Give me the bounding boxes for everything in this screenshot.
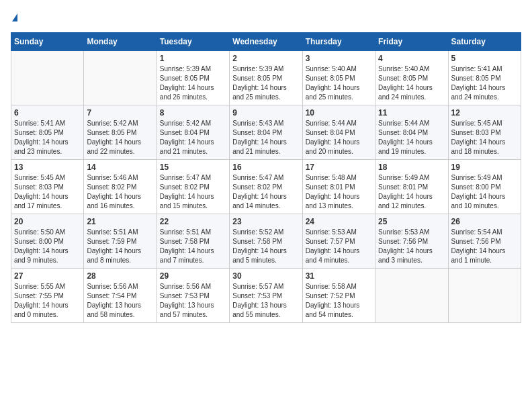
cell-line: Sunrise: 5:43 AM xyxy=(232,120,283,127)
calendar-cell: 28Sunrise: 5:56 AMSunset: 7:54 PMDayligh… xyxy=(84,268,157,322)
cell-line: Sunrise: 5:44 AM xyxy=(306,120,357,127)
calendar-cell: 5Sunrise: 5:41 AMSunset: 8:05 PMDaylight… xyxy=(448,50,521,105)
cell-content: Sunrise: 5:50 AMSunset: 8:00 PMDaylight:… xyxy=(14,228,81,265)
cell-content: Sunrise: 5:45 AMSunset: 8:03 PMDaylight:… xyxy=(14,173,81,211)
day-number: 9 xyxy=(232,108,299,118)
cell-line: Daylight: 14 hours and 3 minutes. xyxy=(378,247,433,264)
day-number: 26 xyxy=(451,217,518,226)
calendar-header-row: SundayMondayTuesdayWednesdayThursdayFrid… xyxy=(11,32,521,50)
day-number: 19 xyxy=(451,163,518,172)
cell-content: Sunrise: 5:41 AMSunset: 8:05 PMDaylight:… xyxy=(14,119,81,156)
cell-content: Sunrise: 5:45 AMSunset: 8:03 PMDaylight:… xyxy=(451,119,518,156)
cell-line: Daylight: 14 hours and 1 minute. xyxy=(451,247,506,264)
cell-line: Sunset: 8:05 PM xyxy=(160,75,210,82)
cell-line: Sunset: 7:58 PM xyxy=(160,238,210,245)
day-number: 13 xyxy=(14,163,81,172)
calendar-cell: 7Sunrise: 5:42 AMSunset: 8:05 PMDaylight… xyxy=(84,105,157,159)
calendar-cell: 22Sunrise: 5:51 AMSunset: 7:58 PMDayligh… xyxy=(157,214,229,268)
cell-line: Sunrise: 5:52 AM xyxy=(232,228,283,236)
day-number: 29 xyxy=(160,271,226,281)
cell-line: Sunset: 8:02 PM xyxy=(160,183,210,191)
day-number: 2 xyxy=(232,54,299,63)
cell-content: Sunrise: 5:55 AMSunset: 7:55 PMDaylight:… xyxy=(14,282,81,320)
day-number: 7 xyxy=(87,108,153,118)
cell-line: Sunset: 8:05 PM xyxy=(306,75,355,82)
day-number: 15 xyxy=(160,163,226,172)
calendar-cell: 18Sunrise: 5:49 AMSunset: 8:01 PMDayligh… xyxy=(375,159,448,214)
cell-line: Daylight: 14 hours and 12 minutes. xyxy=(378,193,433,210)
day-number: 24 xyxy=(306,217,372,226)
calendar-cell: 2Sunrise: 5:39 AMSunset: 8:05 PMDaylight… xyxy=(230,50,302,105)
calendar-cell: 12Sunrise: 5:45 AMSunset: 8:03 PMDayligh… xyxy=(448,105,521,159)
day-number: 21 xyxy=(87,217,153,226)
calendar-cell: 24Sunrise: 5:53 AMSunset: 7:57 PMDayligh… xyxy=(302,214,375,268)
cell-content: Sunrise: 5:53 AMSunset: 7:57 PMDaylight:… xyxy=(306,228,372,265)
day-number: 30 xyxy=(232,271,299,281)
cell-content: Sunrise: 5:47 AMSunset: 8:02 PMDaylight:… xyxy=(232,173,299,211)
cell-line: Sunrise: 5:39 AM xyxy=(232,65,283,73)
cell-line: Sunrise: 5:47 AM xyxy=(232,174,283,181)
day-number: 6 xyxy=(14,108,81,118)
day-number: 5 xyxy=(451,54,518,63)
calendar-cell: 16Sunrise: 5:47 AMSunset: 8:02 PMDayligh… xyxy=(230,159,302,214)
cell-content: Sunrise: 5:56 AMSunset: 7:54 PMDaylight:… xyxy=(87,282,153,320)
cell-line: Sunrise: 5:45 AM xyxy=(14,174,65,181)
cell-line: Sunset: 8:04 PM xyxy=(232,129,282,136)
calendar-header-monday: Monday xyxy=(84,32,157,50)
cell-line: Daylight: 14 hours and 25 minutes. xyxy=(306,84,360,101)
cell-line: Daylight: 14 hours and 0 minutes. xyxy=(14,302,69,318)
calendar-body: 1Sunrise: 5:39 AMSunset: 8:05 PMDaylight… xyxy=(11,50,521,322)
cell-content: Sunrise: 5:52 AMSunset: 7:58 PMDaylight:… xyxy=(232,228,299,265)
cell-content: Sunrise: 5:44 AMSunset: 8:04 PMDaylight:… xyxy=(306,119,372,156)
cell-line: Daylight: 14 hours and 17 minutes. xyxy=(14,193,69,210)
calendar-cell xyxy=(448,268,521,322)
cell-line: Daylight: 14 hours and 8 minutes. xyxy=(87,247,141,264)
cell-line: Daylight: 14 hours and 21 minutes. xyxy=(232,138,287,155)
cell-line: Daylight: 14 hours and 19 minutes. xyxy=(378,138,433,155)
calendar-header-sunday: Sunday xyxy=(11,32,84,50)
cell-line: Sunrise: 5:42 AM xyxy=(87,120,138,127)
calendar-week-2: 6Sunrise: 5:41 AMSunset: 8:05 PMDaylight… xyxy=(11,105,521,159)
cell-line: Sunset: 8:03 PM xyxy=(14,183,64,191)
day-number: 27 xyxy=(14,271,81,281)
calendar-cell: 30Sunrise: 5:57 AMSunset: 7:53 PMDayligh… xyxy=(230,268,302,322)
day-number: 31 xyxy=(306,271,372,281)
cell-line: Daylight: 14 hours and 18 minutes. xyxy=(451,138,506,155)
cell-line: Daylight: 14 hours and 7 minutes. xyxy=(160,247,214,264)
calendar-week-5: 27Sunrise: 5:55 AMSunset: 7:55 PMDayligh… xyxy=(11,268,521,322)
cell-content: Sunrise: 5:49 AMSunset: 8:00 PMDaylight:… xyxy=(451,173,518,211)
cell-content: Sunrise: 5:40 AMSunset: 8:05 PMDaylight:… xyxy=(378,64,445,102)
cell-line: Sunset: 8:02 PM xyxy=(87,183,136,191)
cell-line: Sunset: 8:01 PM xyxy=(306,183,355,191)
day-number: 1 xyxy=(160,54,226,63)
cell-line: Sunset: 8:05 PM xyxy=(378,75,428,82)
cell-line: Sunrise: 5:42 AM xyxy=(160,120,211,127)
cell-line: Sunset: 8:00 PM xyxy=(14,238,64,245)
calendar-cell: 8Sunrise: 5:42 AMSunset: 8:04 PMDaylight… xyxy=(157,105,229,159)
cell-line: Daylight: 14 hours and 4 minutes. xyxy=(306,247,360,264)
day-number: 8 xyxy=(160,108,226,118)
cell-line: Sunset: 7:59 PM xyxy=(87,238,136,245)
cell-line: Daylight: 13 hours and 54 minutes. xyxy=(306,302,360,318)
day-number: 12 xyxy=(451,108,518,118)
cell-line: Sunrise: 5:53 AM xyxy=(378,228,429,236)
cell-line: Sunset: 8:05 PM xyxy=(87,129,136,136)
day-number: 16 xyxy=(232,163,299,172)
calendar-cell: 15Sunrise: 5:47 AMSunset: 8:02 PMDayligh… xyxy=(157,159,229,214)
cell-line: Sunrise: 5:41 AM xyxy=(451,65,502,73)
day-number: 23 xyxy=(232,217,299,226)
day-number: 14 xyxy=(87,163,153,172)
calendar-cell: 13Sunrise: 5:45 AMSunset: 8:03 PMDayligh… xyxy=(11,159,84,214)
calendar-table: SundayMondayTuesdayWednesdayThursdayFrid… xyxy=(11,32,521,323)
cell-line: Daylight: 14 hours and 10 minutes. xyxy=(451,193,506,210)
calendar-cell: 31Sunrise: 5:58 AMSunset: 7:52 PMDayligh… xyxy=(302,268,375,322)
cell-line: Sunset: 7:53 PM xyxy=(160,292,210,300)
cell-line: Daylight: 14 hours and 20 minutes. xyxy=(306,138,360,155)
cell-line: Sunrise: 5:40 AM xyxy=(306,65,357,73)
cell-line: Daylight: 14 hours and 9 minutes. xyxy=(14,247,69,264)
calendar-cell: 25Sunrise: 5:53 AMSunset: 7:56 PMDayligh… xyxy=(375,214,448,268)
cell-line: Sunset: 8:04 PM xyxy=(378,129,428,136)
cell-line: Daylight: 13 hours and 58 minutes. xyxy=(87,302,141,318)
cell-line: Sunset: 8:02 PM xyxy=(232,183,282,191)
calendar-header-thursday: Thursday xyxy=(302,32,375,50)
